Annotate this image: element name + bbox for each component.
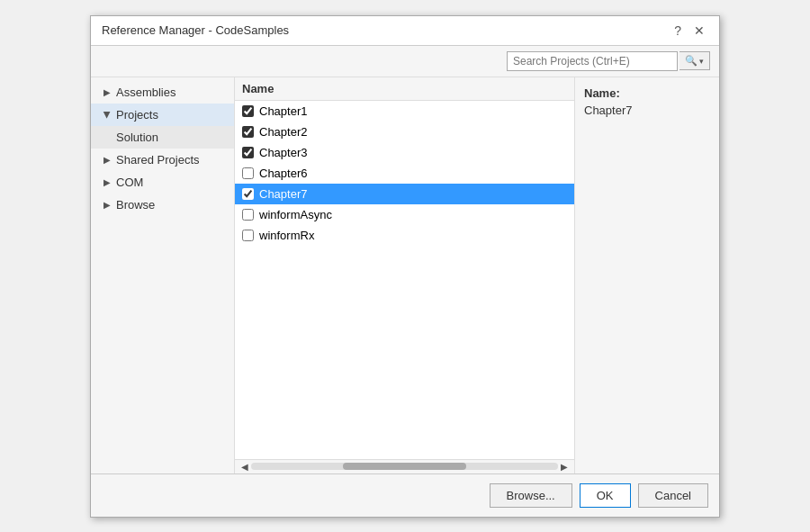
dialog-title: Reference Manager - CodeSamples	[102, 23, 289, 37]
sidebar-item-shared-projects[interactable]: ▶ Shared Projects	[91, 149, 234, 171]
sidebar-item-com[interactable]: ▶ COM	[91, 171, 234, 194]
list-item-selected[interactable]: Chapter7	[235, 184, 574, 204]
help-button[interactable]: ?	[670, 23, 685, 38]
horizontal-scrollbar[interactable]: ◀ ▶	[235, 459, 574, 473]
scrollbar-track[interactable]	[251, 463, 558, 470]
top-search-row: 🔍 ▾	[91, 46, 719, 77]
title-bar: Reference Manager - CodeSamples ? ✕	[91, 16, 719, 46]
scroll-right-arrow[interactable]: ▶	[558, 462, 571, 472]
list-content: Chapter1 Chapter2 Chapter3 Chapter6	[235, 101, 574, 459]
scroll-left-arrow[interactable]: ◀	[238, 462, 251, 472]
right-panel-value: Chapter7	[584, 104, 710, 117]
item-label-chapter1: Chapter1	[259, 104, 307, 118]
close-button[interactable]: ✕	[690, 23, 708, 38]
item-checkbox-chapter3[interactable]	[242, 147, 254, 158]
item-checkbox-winformRx[interactable]	[242, 230, 254, 241]
item-checkbox-chapter1[interactable]	[242, 105, 254, 117]
list-item[interactable]: Chapter2	[235, 122, 574, 142]
search-icon: 🔍	[685, 55, 698, 67]
sidebar: ▶ Assemblies ▶ Projects Solution ▶ Share…	[91, 77, 235, 473]
list-item[interactable]: Chapter3	[235, 142, 574, 163]
right-panel-label: Name:	[584, 86, 710, 100]
footer: Browse... OK Cancel	[91, 473, 719, 517]
ok-button[interactable]: OK	[580, 483, 631, 508]
list-item[interactable]: Chapter6	[235, 163, 574, 184]
search-dropdown-arrow: ▾	[699, 57, 704, 66]
sidebar-label-solution: Solution	[116, 131, 158, 144]
expand-icon-com: ▶	[104, 177, 111, 187]
item-label-winformRx: winformRx	[259, 229, 314, 242]
list-area: Name Chapter1 Chapter2 Chapter3	[235, 77, 575, 473]
item-checkbox-winformAsync[interactable]	[242, 209, 254, 221]
list-item[interactable]: winformAsync	[235, 204, 574, 225]
sidebar-label-com: COM	[116, 176, 143, 189]
list-header: Name	[235, 77, 574, 101]
search-input[interactable]	[507, 51, 678, 71]
expand-icon-assemblies: ▶	[104, 87, 111, 97]
sidebar-label-assemblies: Assemblies	[116, 86, 176, 99]
expand-icon-projects: ▶	[103, 111, 112, 118]
sidebar-label-projects: Projects	[116, 108, 158, 122]
item-label-winformAsync: winformAsync	[259, 208, 332, 221]
item-label-chapter3: Chapter3	[259, 146, 307, 159]
sidebar-label-browse: Browse	[116, 198, 155, 212]
item-checkbox-chapter2[interactable]	[242, 126, 254, 138]
cancel-button[interactable]: Cancel	[638, 483, 708, 508]
expand-icon-browse: ▶	[104, 200, 111, 210]
sidebar-item-browse[interactable]: ▶ Browse	[91, 194, 234, 216]
list-item[interactable]: Chapter1	[235, 101, 574, 122]
reference-manager-dialog: Reference Manager - CodeSamples ? ✕ 🔍 ▾ …	[90, 15, 720, 518]
list-item[interactable]: winformRx	[235, 225, 574, 246]
main-layout: ▶ Assemblies ▶ Projects Solution ▶ Share…	[91, 77, 719, 473]
sidebar-label-shared-projects: Shared Projects	[116, 153, 200, 167]
scrollbar-thumb[interactable]	[343, 463, 465, 470]
search-button[interactable]: 🔍 ▾	[680, 51, 710, 70]
browse-button[interactable]: Browse...	[490, 483, 572, 508]
item-checkbox-chapter6[interactable]	[242, 167, 254, 179]
title-bar-buttons: ? ✕	[670, 23, 708, 38]
sidebar-item-projects[interactable]: ▶ Projects	[91, 104, 234, 126]
item-checkbox-chapter7[interactable]	[242, 188, 254, 200]
right-panel: Name: Chapter7	[575, 77, 719, 473]
sidebar-item-assemblies[interactable]: ▶ Assemblies	[91, 81, 234, 104]
item-label-chapter6: Chapter6	[259, 167, 307, 180]
sidebar-item-solution[interactable]: Solution	[91, 126, 234, 149]
expand-icon-shared-projects: ▶	[104, 155, 111, 165]
item-label-chapter2: Chapter2	[259, 125, 307, 139]
item-label-chapter7: Chapter7	[259, 187, 307, 201]
